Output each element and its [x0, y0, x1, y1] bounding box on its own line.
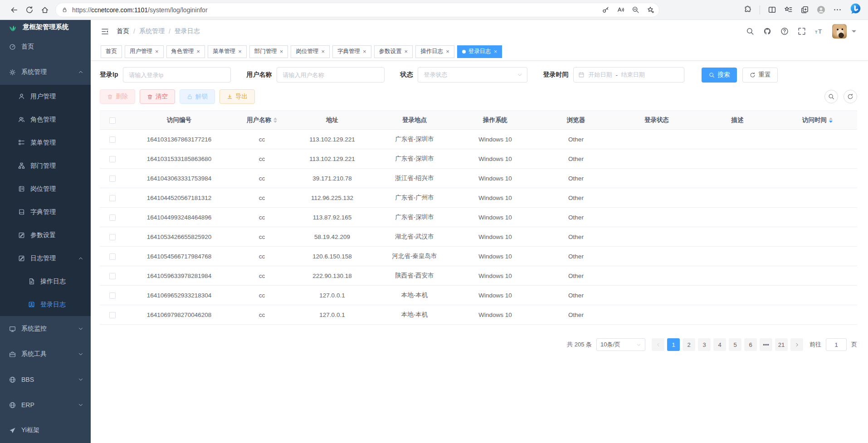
row-checkbox[interactable]	[109, 195, 116, 201]
row-checkbox[interactable]	[109, 214, 116, 221]
browser-refresh-button[interactable]	[22, 3, 37, 17]
collections-icon[interactable]	[800, 5, 809, 14]
tab-1[interactable]: 用户管理×	[125, 45, 164, 58]
read-aloud-icon[interactable]	[617, 6, 624, 14]
reset-button[interactable]: 重置	[742, 68, 778, 83]
tab-close-icon[interactable]: ×	[155, 49, 159, 54]
clear-button[interactable]: 清空	[140, 89, 175, 104]
tab-close-icon[interactable]: ×	[446, 49, 449, 54]
sidebar-item-user-mgmt[interactable]: 用户管理	[0, 85, 91, 108]
tab-close-icon[interactable]: ×	[494, 49, 497, 54]
header-search-icon[interactable]	[746, 27, 754, 35]
sidebar-item-role-mgmt[interactable]: 角色管理	[0, 108, 91, 131]
help-icon[interactable]	[780, 27, 789, 35]
table-row[interactable]: 1641043063331753984cc39.171.210.78浙江省-绍兴…	[100, 169, 857, 188]
sidebar-item-erp[interactable]: ERP	[0, 392, 91, 418]
sidebar-item-system-monitor[interactable]: 系统监控	[0, 316, 91, 341]
tab-8[interactable]: 操作日志×	[415, 45, 454, 58]
unlock-button[interactable]: 解锁	[180, 89, 215, 104]
page-button-3[interactable]: 3	[698, 338, 711, 351]
tab-3[interactable]: 菜单管理×	[208, 45, 247, 58]
table-row[interactable]: 1641069652933218304cc127.0.0.1本地-本机Windo…	[100, 286, 857, 305]
row-checkbox[interactable]	[109, 156, 116, 162]
sidebar-item-bbs[interactable]: BBS	[0, 367, 91, 392]
sidebar-item-login-log[interactable]: 登录日志	[0, 293, 91, 316]
page-ellipsis[interactable]: •••	[760, 338, 772, 351]
sidebar-item-yi-framework[interactable]: Yi框架	[0, 418, 91, 443]
sidebar-item-home[interactable]: 首页	[0, 34, 91, 59]
tab-9[interactable]: 登录日志×	[457, 45, 502, 58]
row-checkbox[interactable]	[109, 312, 116, 318]
table-row[interactable]: 1641031533185863680cc113.102.129.221广东省-…	[100, 149, 857, 169]
page-button-4[interactable]: 4	[713, 338, 726, 351]
table-row[interactable]: 1641031367863177216cc113.102.129.221广东省-…	[100, 130, 857, 149]
sort-icon[interactable]	[829, 117, 833, 123]
sidebar-item-dict-mgmt[interactable]: 字典管理	[0, 200, 91, 224]
tab-close-icon[interactable]: ×	[238, 49, 242, 54]
row-checkbox[interactable]	[109, 273, 116, 279]
extensions-icon[interactable]	[743, 5, 752, 14]
sidebar-item-system-mgmt[interactable]: 系统管理	[0, 59, 91, 85]
sidebar-item-post-mgmt[interactable]: 岗位管理	[0, 177, 91, 200]
browser-profile-icon[interactable]	[817, 5, 825, 14]
table-row[interactable]: 1641044993248464896cc113.87.92.165广东省-深圳…	[100, 208, 857, 227]
sidebar-item-log-mgmt[interactable]: 日志管理	[0, 247, 91, 270]
row-checkbox[interactable]	[109, 234, 116, 240]
page-size-select[interactable]: 10条/页	[596, 338, 645, 351]
status-select[interactable]: 登录状态	[418, 67, 527, 83]
favorite-add-icon[interactable]	[647, 6, 654, 14]
column-header[interactable]: 访问时间	[778, 111, 857, 130]
row-checkbox[interactable]	[109, 136, 116, 143]
column-header[interactable]: 用户名称	[234, 111, 290, 130]
table-row[interactable]: 1641059633978281984cc222.90.130.18陕西省-西安…	[100, 266, 857, 286]
bing-chat-icon[interactable]	[849, 3, 862, 15]
table-row[interactable]: 1641054566717984768cc120.6.150.158河北省-秦皇…	[100, 247, 857, 266]
address-bar[interactable]: https://ccnetcore.com:1101/system/log/lo…	[55, 3, 659, 17]
tab-2[interactable]: 角色管理×	[166, 45, 205, 58]
page-button-1[interactable]: 1	[667, 338, 680, 351]
table-row[interactable]: 1641053426655825920cc58.19.42.209湖北省-武汉市…	[100, 227, 857, 247]
table-row[interactable]: 1641044520567181312cc112.96.225.132广东省-广…	[100, 188, 857, 208]
goto-page-input[interactable]	[826, 338, 847, 351]
prev-page-button[interactable]	[652, 338, 664, 351]
browser-home-button[interactable]	[37, 3, 53, 17]
github-icon[interactable]	[763, 27, 771, 35]
tab-close-icon[interactable]: ×	[363, 49, 366, 54]
select-all-checkbox[interactable]	[109, 117, 116, 124]
text-size-icon[interactable]: TT	[815, 27, 823, 35]
password-key-icon[interactable]	[602, 6, 610, 14]
breadcrumb-home[interactable]: 首页	[117, 27, 129, 35]
sidebar-item-menu-mgmt[interactable]: 菜单管理	[0, 131, 91, 154]
hamburger-icon[interactable]	[101, 27, 109, 36]
page-button-5[interactable]: 5	[729, 338, 741, 351]
browser-menu-icon[interactable]	[833, 5, 842, 14]
delete-button[interactable]: 删除	[100, 89, 135, 104]
date-range-picker[interactable]: 开始日期 - 结束日期	[573, 67, 684, 83]
export-button[interactable]: 导出	[219, 89, 255, 104]
user-name-input[interactable]	[277, 67, 385, 83]
row-checkbox[interactable]	[109, 175, 116, 182]
split-screen-icon[interactable]	[768, 5, 776, 14]
refresh-table-button[interactable]	[844, 90, 857, 103]
tab-4[interactable]: 部门管理×	[249, 45, 288, 58]
favorites-icon[interactable]	[784, 5, 793, 14]
user-menu[interactable]	[832, 24, 858, 39]
tab-7[interactable]: 参数设置×	[374, 45, 413, 58]
tab-close-icon[interactable]: ×	[197, 49, 200, 54]
tab-close-icon[interactable]: ×	[405, 49, 408, 54]
page-button-2[interactable]: 2	[683, 338, 695, 351]
tab-5[interactable]: 岗位管理×	[291, 45, 330, 58]
sidebar-item-param-settings[interactable]: 参数设置	[0, 224, 91, 247]
tab-6[interactable]: 字典管理×	[332, 45, 371, 58]
next-page-button[interactable]	[790, 338, 803, 351]
login-ip-input[interactable]	[123, 67, 231, 83]
table-row[interactable]: 1641069798270046208cc127.0.0.1本地-本机Windo…	[100, 305, 857, 325]
fullscreen-icon[interactable]	[798, 27, 806, 35]
sidebar-item-dept-mgmt[interactable]: 部门管理	[0, 154, 91, 177]
zoom-out-icon[interactable]	[632, 6, 639, 14]
page-button-6[interactable]: 6	[744, 338, 757, 351]
row-checkbox[interactable]	[109, 292, 116, 299]
toggle-search-button[interactable]	[824, 90, 838, 103]
sidebar-item-operation-log[interactable]: 操作日志	[0, 270, 91, 293]
search-button[interactable]: 搜索	[702, 68, 737, 83]
